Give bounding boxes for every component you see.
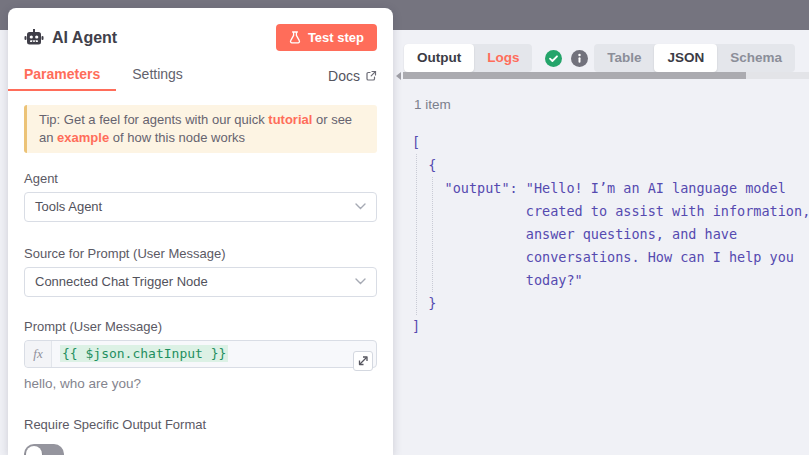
test-step-label: Test step [308,30,364,45]
expand-expression-button[interactable] [353,351,373,371]
tab-bar: Parameters Settings Docs [8,61,393,91]
expand-icon [357,355,369,367]
panel-header: AI Agent Test step [8,8,393,53]
expression-value[interactable]: {{ $json.chatInput }} [52,341,228,367]
chevron-down-icon [355,278,366,285]
view-mode-tabs: Table JSON Schema [594,44,795,72]
agent-field-label: Agent [24,171,377,186]
tab-settings[interactable]: Settings [116,61,199,91]
fx-prefix: fx [25,341,52,367]
chevron-down-icon [355,203,366,210]
source-select-value: Connected Chat Trigger Node [35,274,208,289]
json-output-view: [ { "output": "Hello! I’m an AI language… [412,131,809,455]
docs-label: Docs [328,63,360,89]
scrollbar-thumb[interactable] [403,72,746,79]
node-settings-panel: AI Agent Test step Parameters Settings D… [8,8,393,455]
source-select[interactable]: Connected Chat Trigger Node [24,267,377,297]
scroll-left-arrow[interactable] [396,72,401,80]
output-format-label: Require Specific Output Format [24,417,377,432]
tip-text-suffix: of how this node works [109,130,245,145]
horizontal-scrollbar [403,72,809,79]
success-check-icon [545,50,562,67]
example-link[interactable]: example [57,130,109,145]
output-logs-tabs: Output Logs [404,44,532,72]
agent-select-value: Tools Agent [35,199,102,214]
tab-table[interactable]: Table [594,44,654,72]
tab-json[interactable]: JSON [654,44,717,72]
tab-parameters[interactable]: Parameters [8,61,116,91]
tab-schema[interactable]: Schema [717,44,795,72]
output-panel-header: Output Logs [404,44,614,72]
toggle-knob [26,446,42,455]
tab-logs[interactable]: Logs [474,44,532,72]
test-step-button[interactable]: Test step [276,24,377,51]
prompt-expression-field[interactable]: fx {{ $json.chatInput }} [24,340,377,368]
source-field-label: Source for Prompt (User Message) [24,246,377,261]
items-count: 1 item [414,97,451,112]
tab-output[interactable]: Output [404,44,474,72]
robot-icon [24,28,44,48]
docs-link[interactable]: Docs [328,61,393,91]
agent-select[interactable]: Tools Agent [24,192,377,222]
tip-text-prefix: Tip: Get a feel for agents with our quic… [39,112,268,127]
info-icon[interactable] [571,50,588,67]
external-link-icon [365,70,377,82]
expression-preview: hello, who are you? [24,376,377,391]
flask-icon [289,31,301,44]
node-title: AI Agent [52,29,117,47]
tutorial-link[interactable]: tutorial [268,112,312,127]
tip-banner: Tip: Get a feel for agents with our quic… [24,105,377,153]
output-format-toggle[interactable] [24,444,64,455]
prompt-field-label: Prompt (User Message) [24,319,377,334]
